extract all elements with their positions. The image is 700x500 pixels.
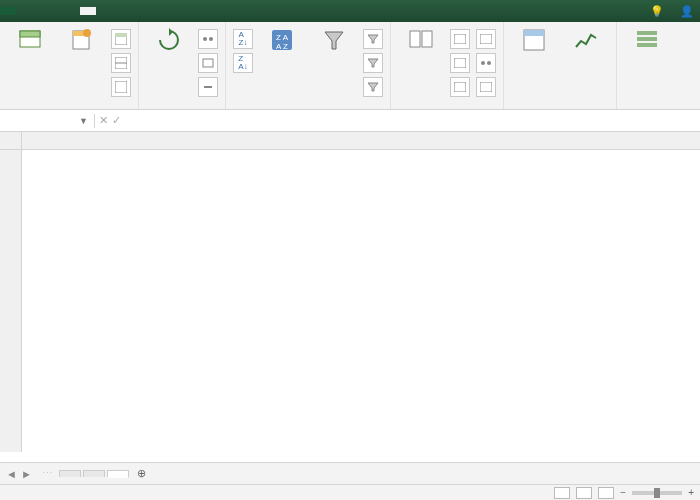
zoom-out-button[interactable]: −	[620, 487, 626, 498]
group-label	[145, 105, 219, 109]
name-box[interactable]: ▼	[0, 114, 95, 128]
sort-desc-button[interactable]: ZA↓	[233, 53, 253, 73]
tab-page-layout[interactable]	[48, 7, 64, 15]
column-headers	[0, 132, 700, 150]
filter-icon	[318, 24, 350, 56]
svg-rect-9	[115, 81, 127, 93]
from-table-button[interactable]	[111, 53, 131, 73]
group-connections	[139, 22, 226, 109]
filter-button[interactable]	[310, 24, 358, 58]
new-sheet-button[interactable]: ⊕	[129, 467, 154, 480]
select-all-corner[interactable]	[0, 132, 22, 149]
svg-rect-32	[637, 31, 657, 35]
worksheet-grid[interactable]	[0, 150, 700, 452]
tab-formulas[interactable]	[64, 7, 80, 15]
whatif-button[interactable]	[510, 24, 558, 58]
group-label	[6, 105, 132, 109]
sort-button[interactable]: Z AA Z	[258, 24, 306, 58]
enter-icon[interactable]: ✓	[112, 114, 121, 127]
group-sort-filter: AZ↓ ZA↓ Z AA Z	[226, 22, 391, 109]
get-external-data-button[interactable]	[6, 24, 54, 58]
sheet-tab-0[interactable]	[59, 470, 81, 477]
forecast-sheet-button[interactable]	[562, 24, 610, 58]
page-layout-view-button[interactable]	[576, 487, 592, 499]
status-bar: − +	[0, 484, 700, 500]
chevron-down-icon: ▼	[79, 116, 88, 126]
edit-links-button[interactable]	[198, 77, 218, 97]
refresh-icon	[153, 24, 185, 56]
outline-icon	[631, 24, 663, 56]
properties-button[interactable]	[198, 53, 218, 73]
sheet-nav-first[interactable]: ◄	[6, 468, 17, 480]
svg-rect-26	[480, 34, 492, 44]
svg-marker-17	[325, 32, 343, 49]
manage-data-model-button[interactable]	[476, 77, 496, 97]
sheet-tab-2[interactable]	[107, 470, 129, 478]
group-label	[397, 105, 497, 109]
remove-duplicates-button[interactable]	[450, 53, 470, 73]
svg-rect-13	[203, 59, 213, 67]
page-break-view-button[interactable]	[598, 487, 614, 499]
normal-view-button[interactable]	[554, 487, 570, 499]
zoom-slider[interactable]	[632, 491, 682, 495]
tab-view[interactable]	[112, 7, 128, 15]
tab-developer[interactable]	[128, 7, 144, 15]
sort-asc-button[interactable]: AZ↓	[233, 29, 253, 49]
group-get-transform	[0, 22, 139, 109]
zoom-in-button[interactable]: +	[688, 487, 694, 498]
forecast-icon	[570, 24, 602, 56]
tab-home[interactable]	[16, 7, 32, 15]
tell-me[interactable]: 💡	[650, 5, 664, 18]
database-icon	[14, 24, 46, 56]
clear-filter-button[interactable]	[363, 29, 383, 49]
svg-point-4	[83, 29, 91, 37]
svg-rect-34	[637, 43, 657, 47]
tab-file[interactable]	[0, 7, 16, 15]
group-data-tools	[391, 22, 504, 109]
relationships-button[interactable]	[476, 53, 496, 73]
svg-text:A Z: A Z	[276, 42, 288, 51]
reapply-button[interactable]	[363, 53, 383, 73]
flash-fill-button[interactable]	[450, 29, 470, 49]
show-queries-button[interactable]	[111, 29, 131, 49]
group-outline	[617, 22, 677, 109]
refresh-all-button[interactable]	[145, 24, 193, 58]
data-validation-button[interactable]	[450, 77, 470, 97]
svg-rect-23	[454, 34, 466, 44]
svg-rect-6	[115, 33, 127, 37]
tab-abbyy[interactable]	[144, 7, 160, 15]
formula-bar: ▼ ✕ ✓	[0, 110, 700, 132]
svg-marker-19	[368, 59, 378, 67]
tab-review[interactable]	[96, 7, 112, 15]
sheet-tab-bar: ◄ ► ⋯ ⊕	[0, 462, 700, 484]
tab-insert[interactable]	[32, 7, 48, 15]
advanced-button[interactable]	[363, 77, 383, 97]
outline-button[interactable]	[623, 24, 671, 58]
split-icon	[405, 24, 437, 56]
text-to-columns-button[interactable]	[397, 24, 445, 58]
svg-point-12	[209, 37, 213, 41]
svg-marker-18	[368, 35, 378, 43]
share-button[interactable]: 👤	[680, 5, 694, 18]
sheet-nav-last[interactable]: ►	[21, 468, 32, 480]
new-query-button[interactable]	[58, 24, 106, 58]
consolidate-button[interactable]	[476, 29, 496, 49]
svg-rect-1	[20, 31, 40, 37]
title-bar: 💡 👤	[0, 0, 700, 22]
recent-sources-button[interactable]	[111, 77, 131, 97]
tab-data[interactable]	[80, 7, 96, 15]
svg-rect-22	[422, 31, 432, 47]
cells-area[interactable]	[22, 150, 700, 452]
svg-marker-20	[368, 83, 378, 91]
svg-rect-21	[410, 31, 420, 47]
connections-button[interactable]	[198, 29, 218, 49]
query-icon	[66, 24, 98, 56]
group-forecast	[504, 22, 617, 109]
cancel-icon[interactable]: ✕	[99, 114, 108, 127]
svg-point-11	[203, 37, 207, 41]
sheet-tab-1[interactable]	[83, 470, 105, 477]
group-label	[623, 105, 671, 109]
ribbon: AZ↓ ZA↓ Z AA Z	[0, 22, 700, 110]
svg-rect-31	[524, 30, 544, 36]
svg-text:Z A: Z A	[276, 33, 289, 42]
